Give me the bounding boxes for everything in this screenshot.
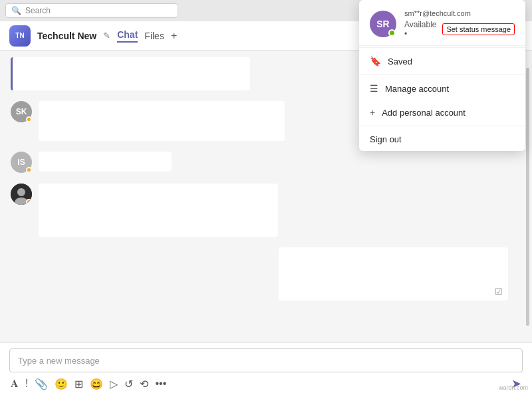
popup-menu-manage[interactable]: ☰ Manage account (359, 76, 525, 100)
search-placeholder: Search (25, 6, 51, 15)
manage-icon: ☰ (370, 83, 378, 94)
popup-user-email: sm**r@techcult.com (404, 9, 515, 17)
search-icon: 🔍 (11, 6, 21, 15)
more-toolbar-icon[interactable]: ••• (155, 378, 166, 390)
message-checkmark: ☑ (495, 287, 503, 297)
attach-icon[interactable]: 📎 (35, 378, 48, 390)
format-icon[interactable]: 𝐀 (11, 378, 19, 390)
popup-divider-3 (359, 126, 525, 126)
search-bar[interactable]: 🔍 Search (5, 3, 178, 18)
emoji-icon[interactable]: 🙂 (55, 378, 68, 390)
message-bubble-sk (39, 101, 285, 141)
popup-divider-2 (359, 74, 525, 75)
loop-icon[interactable]: ↺ (124, 378, 133, 390)
important-icon[interactable]: ! (25, 378, 28, 390)
user-dropdown-popup: SR sm**r@techcult.com Available • Set st… (359, 0, 525, 151)
status-dot-dark (26, 199, 32, 205)
toolbar-row: 𝐀 ! 📎 🙂 ⊞ 😄 ▷ ↺ ⟲ ••• ➤ (9, 376, 523, 391)
watermark: wardn.com (499, 384, 528, 391)
schedule-icon[interactable]: ▷ (110, 378, 118, 390)
message-bubble-first (11, 57, 250, 90)
popup-user-avatar: SR (370, 11, 396, 37)
team-name: Techcult New (37, 31, 96, 41)
team-icon: TN (9, 25, 31, 47)
praise-icon[interactable]: ⟲ (140, 378, 148, 390)
avatar-dark (11, 184, 32, 205)
tab-add[interactable]: + (171, 30, 177, 42)
tab-chat[interactable]: Chat (117, 29, 138, 43)
input-placeholder: Type a new message (18, 356, 100, 366)
message-bubble-dark (39, 184, 278, 237)
sign-out-label: Sign out (370, 134, 402, 144)
set-status-button[interactable]: Set status message (442, 23, 515, 35)
grid-icon[interactable]: ⊞ (74, 378, 83, 390)
message-group-right: ☑ (11, 247, 521, 301)
popup-header: SR sm**r@techcult.com Available • Set st… (359, 0, 525, 46)
message-group-is: IS (11, 152, 521, 173)
popup-divider-1 (359, 47, 525, 48)
add-personal-label: Add personal account (382, 108, 466, 118)
scrollbar-thumb[interactable] (526, 68, 529, 327)
message-bubble-right (279, 247, 508, 301)
tab-files[interactable]: Files (144, 31, 164, 41)
svg-point-1 (17, 188, 25, 196)
popup-status-row: Available • Set status message (404, 20, 515, 39)
message-bubble-is (39, 152, 172, 172)
edit-icon[interactable]: ✎ (103, 31, 110, 41)
avatar-sk: SK (11, 101, 32, 122)
message-input[interactable]: Type a new message (9, 348, 523, 372)
popup-user-info: sm**r@techcult.com Available • Set statu… (404, 9, 515, 39)
online-status-dot (388, 29, 396, 37)
saved-label: Saved (388, 57, 412, 66)
message-group-dark (11, 184, 521, 237)
add-personal-icon: + (370, 107, 375, 118)
avatar-is: IS (11, 152, 32, 173)
popup-menu-add-personal[interactable]: + Add personal account (359, 100, 525, 124)
status-dot-sk (26, 116, 32, 122)
input-area: Type a new message 𝐀 ! 📎 🙂 ⊞ 😄 ▷ ↺ ⟲ •••… (0, 342, 532, 395)
popup-menu-saved[interactable]: 🔖 Saved (359, 49, 525, 73)
manage-account-label: Manage account (385, 84, 449, 94)
saved-icon: 🔖 (370, 56, 381, 66)
message-content-dark (39, 184, 521, 237)
giphy-icon[interactable]: 😄 (90, 378, 103, 390)
message-content-is (39, 152, 521, 172)
status-dot-is (26, 167, 32, 173)
popup-status-text: Available • (404, 20, 438, 39)
popup-menu-signout[interactable]: Sign out (359, 128, 525, 151)
